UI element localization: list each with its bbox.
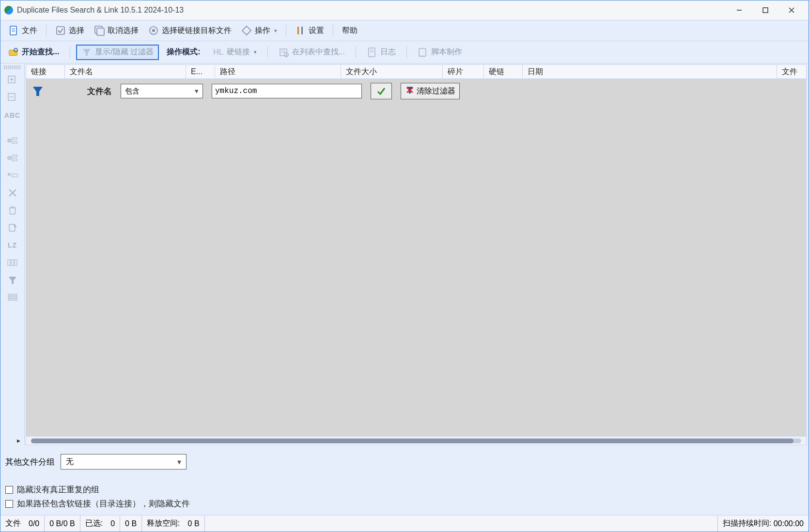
- start-search-button[interactable]: 开始查找...: [3, 45, 64, 60]
- side-export[interactable]: [3, 219, 22, 236]
- menu-settings-label: 设置: [309, 26, 324, 36]
- toggle-filter-button[interactable]: 显示/隐藏 过滤器: [76, 45, 159, 60]
- find-in-list-label: 在列表中查找...: [292, 47, 345, 57]
- toggle-filter-label: 显示/隐藏 过滤器: [95, 47, 154, 57]
- svg-rect-16: [9, 50, 17, 55]
- svg-rect-26: [419, 48, 426, 56]
- svg-rect-40: [12, 155, 17, 157]
- close-button[interactable]: [778, 1, 805, 19]
- col-filesize[interactable]: 文件大小: [341, 65, 443, 78]
- side-tree-expand[interactable]: [3, 132, 22, 149]
- svg-rect-53: [11, 260, 14, 266]
- separator-icon: [70, 46, 70, 59]
- horizontal-scrollbar[interactable]: [26, 437, 807, 445]
- status-spacer: [205, 516, 718, 532]
- group-select[interactable]: 无 ▾: [61, 454, 187, 469]
- filter-apply-button[interactable]: [371, 83, 392, 99]
- mode-label-text: 操作模式:: [167, 47, 200, 57]
- menu-help[interactable]: 帮助: [338, 24, 361, 38]
- script-icon: [418, 47, 428, 58]
- col-filename[interactable]: 文件名: [65, 65, 186, 78]
- side-abc[interactable]: ABC: [3, 107, 22, 124]
- side-expand-toggle[interactable]: ▸: [3, 436, 22, 445]
- target-icon: [148, 25, 159, 36]
- script-button[interactable]: 脚本制作: [413, 45, 467, 60]
- filter-text-input[interactable]: [212, 84, 362, 98]
- document-icon: [8, 25, 19, 36]
- svg-rect-41: [12, 159, 17, 161]
- separator-icon: [406, 46, 407, 59]
- side-rows[interactable]: [3, 289, 22, 306]
- chevron-down-icon: ▾: [177, 457, 181, 467]
- menu-file[interactable]: 文件: [4, 23, 41, 38]
- svg-rect-1: [763, 8, 768, 13]
- svg-rect-54: [15, 260, 17, 266]
- status-free-label: 释放空间:: [142, 516, 183, 532]
- filter-mode-select[interactable]: 包含 ▾: [121, 84, 203, 98]
- col-fragments[interactable]: 碎片: [443, 65, 484, 78]
- menu-settings[interactable]: 设置: [291, 23, 328, 38]
- hide-softlink-checkbox[interactable]: 如果路径包含软链接（目录连接），则隐藏文件: [5, 498, 804, 509]
- side-columns[interactable]: [3, 254, 22, 271]
- chevron-down-icon: ▾: [274, 28, 277, 34]
- mode-label: 操作模式:: [162, 45, 205, 59]
- menu-choose-hardlink-target[interactable]: 选择硬链接目标文件: [144, 23, 235, 38]
- side-delete[interactable]: [3, 185, 22, 201]
- hardlink-mode-label: 硬链接: [227, 47, 250, 57]
- svg-marker-59: [33, 87, 43, 96]
- results-list[interactable]: [26, 103, 807, 437]
- svg-marker-55: [9, 277, 16, 284]
- status-files-size: 0 B/0 B: [45, 516, 80, 532]
- content-area: 链接 文件名 E... 路径 文件大小 碎片 硬链 日期 文件 文件名 包含 ▾: [25, 63, 809, 445]
- separator-icon: [267, 46, 268, 59]
- side-collapse-all[interactable]: [3, 90, 22, 106]
- maximize-button[interactable]: [752, 1, 778, 19]
- svg-rect-58: [8, 299, 17, 300]
- folder-search-icon: [8, 47, 19, 58]
- chevron-down-icon: ▾: [254, 49, 257, 55]
- hardlink-icon: HL: [213, 47, 224, 58]
- log-label: 日志: [380, 47, 396, 57]
- menu-actions-label: 操作: [255, 26, 270, 36]
- col-link[interactable]: 链接: [26, 65, 65, 78]
- menu-deselect[interactable]: 取消选择: [90, 23, 142, 38]
- side-expand-all[interactable]: [3, 72, 22, 89]
- minimize-button[interactable]: [726, 1, 752, 19]
- start-search-label: 开始查找...: [22, 47, 59, 57]
- find-in-list-button[interactable]: 在列表中查找...: [274, 45, 350, 60]
- menu-actions[interactable]: 操作 ▾: [237, 23, 281, 38]
- separator-icon: [286, 24, 286, 37]
- svg-rect-8: [57, 27, 64, 34]
- col-hardlinks[interactable]: 硬链: [484, 65, 523, 78]
- log-icon: [367, 47, 377, 58]
- grip-icon[interactable]: [4, 65, 21, 69]
- svg-rect-50: [11, 206, 14, 208]
- svg-rect-10: [97, 28, 104, 35]
- col-ext[interactable]: E...: [186, 65, 215, 78]
- group-select-value: 无: [66, 457, 74, 467]
- hardlink-mode-button[interactable]: HL 硬链接 ▾: [208, 45, 262, 60]
- col-date[interactable]: 日期: [523, 65, 777, 78]
- separator-icon: [46, 24, 47, 37]
- chevron-down-icon: ▾: [195, 87, 199, 95]
- filter-clear-button[interactable]: 清除过滤器: [401, 83, 460, 99]
- side-unlink[interactable]: [3, 167, 22, 184]
- checkbox-empty-icon: [94, 25, 105, 36]
- side-tree-collapse[interactable]: [3, 150, 22, 166]
- checkbox-checked-icon: [55, 25, 66, 36]
- svg-rect-15: [301, 27, 303, 34]
- status-selected-count: 0: [106, 516, 120, 532]
- hide-nondup-checkbox[interactable]: 隐藏没有真正重复的组: [5, 484, 804, 495]
- log-button[interactable]: 日志: [362, 45, 401, 60]
- svg-rect-56: [8, 294, 17, 296]
- side-lz[interactable]: LZ: [3, 237, 22, 253]
- col-path[interactable]: 路径: [215, 65, 341, 78]
- menu-select[interactable]: 选择: [51, 23, 88, 38]
- tools-icon: [295, 25, 306, 36]
- side-trash[interactable]: [3, 202, 22, 219]
- side-filter-funnel[interactable]: [3, 272, 22, 288]
- col-file[interactable]: 文件: [777, 65, 806, 78]
- script-label: 脚本制作: [431, 47, 462, 57]
- separator-icon: [333, 24, 333, 37]
- status-scan-label: 扫描持续时间:: [723, 518, 771, 529]
